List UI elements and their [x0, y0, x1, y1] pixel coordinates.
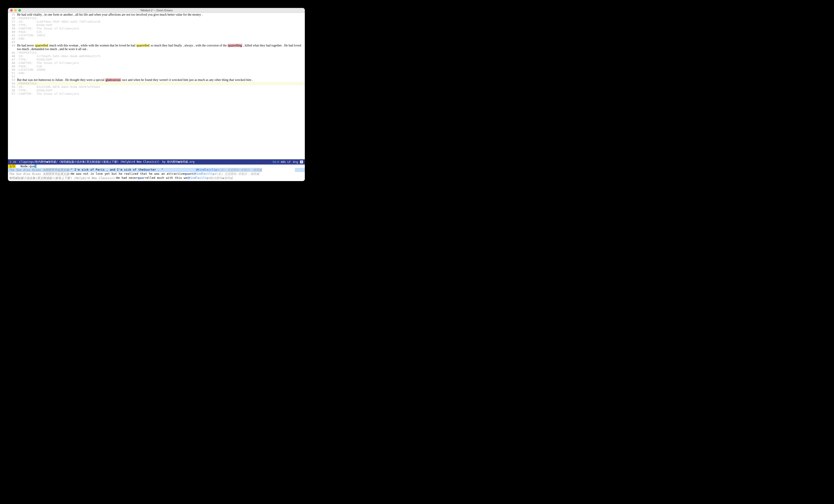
completion-candidate[interactable]: The Sun Also Rises 太阳照常升起英文版 → He was no…: [8, 172, 305, 176]
line-content: :END:: [17, 37, 305, 40]
line-number: 45: [8, 51, 17, 54]
line-number: 51: [8, 71, 17, 75]
candidate-text-post: rrelled much with this wo: [143, 176, 187, 180]
cursor-position: 54:0 46%: [272, 160, 286, 163]
line-content: He had sold vitality , in one form or an…: [17, 13, 305, 17]
code-line[interactable]: 57:CHAPTER: The Snows of Kilimanjaro: [8, 92, 305, 95]
arrow-icon: →: [114, 176, 116, 180]
line-number: 41: [8, 34, 17, 37]
candidate-text-pre: " I'm sick of Paris , and I'm sick of th…: [71, 168, 144, 172]
code-line[interactable]: 45:PROPERTIES:: [8, 51, 305, 54]
code-line[interactable]: 43: [8, 40, 305, 44]
line-content: :ID: ecb9fdee-76df-46b5-aa93-736fca03ce1…: [17, 20, 305, 23]
arrow-icon: →: [69, 168, 71, 172]
line-number: 57: [8, 92, 17, 95]
candidate-match: qua: [184, 172, 190, 176]
code-line[interactable]: 35He had sold vitality , in one form or …: [8, 13, 305, 17]
candidate-tag: @Kindle/clip: [193, 172, 215, 176]
line-number: 43: [8, 40, 17, 44]
modeline-badge: 1: [300, 160, 303, 163]
buffer-size: 2.4k: [10, 160, 16, 163]
candidate-meta: #(美).厄尼斯特·米勒尔·.海明威: [217, 168, 262, 172]
candidate-source: The Sun Also Rises 太阳照常升起英文版: [9, 168, 69, 172]
minibuffer: 1/3 Node: qua The Sun Also Rises 太阳照常升起英…: [8, 165, 305, 181]
line-content: :PROPERTIES:: [17, 17, 305, 20]
code-line[interactable]: 44He had never quarrelled much with this…: [8, 44, 305, 51]
code-line[interactable]: 50:LOCATION: 10896: [8, 68, 305, 71]
candidate-text-post: rter . ": [149, 168, 163, 172]
arrow-icon: →: [69, 172, 71, 176]
line-content: :LOCATION: 10896: [17, 68, 305, 71]
line-number: 48: [8, 61, 17, 65]
code-line[interactable]: 46:ID: 1c716a25-3a01-48ac-8eab-ad0266a21…: [8, 54, 305, 58]
candidate-text-pre: He had never: [116, 176, 137, 180]
line-content: :ID: 8322520b-d8f4-44a3-9cbe-6d297af934d…: [17, 85, 305, 89]
code-line[interactable]: 41:LOCATION: 10832: [8, 34, 305, 37]
code-line[interactable]: 56:TYPE: HIGHLIGHT: [8, 89, 305, 92]
modeline-right: LF Org 1: [287, 160, 303, 163]
line-content: :CHAPTER: The Snows of Kilimanjaro: [17, 27, 305, 30]
code-line[interactable]: 42:END:: [8, 37, 305, 40]
line-number: 37: [8, 20, 17, 23]
line-number: 49: [8, 65, 17, 68]
code-line[interactable]: 39:CHAPTER: The Snows of Kilimanjaro: [8, 27, 305, 30]
completion-candidate[interactable]: The Sun Also Rises 太阳照常升起英文版 → " I'm sic…: [8, 168, 305, 172]
line-number: 56: [8, 89, 17, 92]
candidate-match: qua: [137, 176, 143, 180]
completion-candidate[interactable]: 海明威短篇小说全集(英文朗读版)(套装上下册) (Holybird New Cl…: [8, 176, 305, 180]
emacs-window: *Minibuf-1* – Doom Emacs 35He had sold v…: [8, 8, 305, 181]
buffer-content[interactable]: 35He had sold vitality , in one form or …: [8, 13, 305, 159]
code-line[interactable]: 37:ID: ecb9fdee-76df-46b5-aa93-736fca03c…: [8, 20, 305, 23]
prompt-label: Node:: [16, 165, 29, 168]
code-line[interactable]: 48:CHAPTER: The Snows of Kilimanjaro: [8, 61, 305, 65]
candidate-source: The Sun Also Rises 太阳照常升起英文版: [9, 172, 69, 176]
major-mode: Org: [293, 160, 298, 163]
line-content: :CHAPTER: The Snows of Kilimanjaro: [17, 61, 305, 65]
candidate-meta: #欧内斯特●海明威: [208, 176, 233, 180]
line-number: 53: [8, 78, 17, 82]
code-line[interactable]: 54:PROPERTIES:: [8, 82, 305, 85]
line-number: 35: [8, 13, 17, 17]
line-content: :PAGE: 525: [17, 30, 305, 34]
line-content: :LOCATION: 10832: [17, 34, 305, 37]
candidate-tag: @Kindle/clip: [196, 168, 217, 172]
line-ending: LF: [287, 160, 290, 163]
line-number: 40: [8, 30, 17, 34]
code-line[interactable]: 53But that was not humorous to Julian . …: [8, 78, 305, 82]
match-count: 1/3: [8, 165, 16, 168]
candidate-tag: @Kindle/clip: [187, 176, 208, 180]
editor-area: 35He had sold vitality , in one form or …: [8, 13, 305, 181]
buffer-path: clippings/欧内斯特●海明威/《海明威短篇小说全集(英文朗读版)(套装上…: [19, 160, 271, 164]
line-content: :PAGE: 528: [17, 65, 305, 68]
line-content: [17, 75, 305, 78]
line-content: :TYPE: HIGHLIGHT: [17, 23, 305, 27]
line-content: But that was not humorous to Julian . He…: [17, 78, 305, 82]
code-line[interactable]: 49:PAGE: 528: [8, 65, 305, 68]
minibuffer-prompt: 1/3 Node: qua: [8, 165, 305, 168]
line-number: 54: [8, 82, 17, 85]
candidate-text-pre: He was not in love yet but he realized t…: [71, 172, 184, 176]
line-number: 44: [8, 44, 17, 51]
line-content: [17, 40, 305, 44]
code-line[interactable]: 36:PROPERTIES:: [8, 17, 305, 20]
candidate-match: Qua: [144, 168, 149, 172]
line-number: 52: [8, 75, 17, 78]
code-line[interactable]: 38:TYPE: HIGHLIGHT: [8, 23, 305, 27]
candidate-text-post: nt: [190, 172, 193, 176]
code-line[interactable]: 47:TYPE: HIGHLIGHT: [8, 58, 305, 61]
window-title: *Minibuf-1* – Doom Emacs: [8, 9, 305, 12]
code-line[interactable]: 52: [8, 75, 305, 78]
code-line[interactable]: 55:ID: 8322520b-d8f4-44a3-9cbe-6d297af93…: [8, 85, 305, 89]
code-line[interactable]: 51:END:: [8, 71, 305, 75]
code-line[interactable]: 40:PAGE: 525: [8, 30, 305, 34]
line-number: 50: [8, 68, 17, 71]
minibuffer-input[interactable]: qua: [29, 165, 37, 168]
line-number: 36: [8, 17, 17, 20]
modeline: 2.4k clippings/欧内斯特●海明威/《海明威短篇小说全集(英文朗读版…: [8, 159, 305, 165]
line-content: He had never quarrelled much with this w…: [17, 44, 305, 51]
line-content: :PROPERTIES:: [17, 51, 305, 54]
line-content: :CHAPTER: The Snows of Kilimanjaro: [17, 92, 305, 95]
completion-results: The Sun Also Rises 太阳照常升起英文版 → " I'm sic…: [8, 168, 305, 180]
candidate-meta: #(美).厄尼斯特·米勒尔·.海明威: [215, 172, 260, 176]
line-number: 39: [8, 27, 17, 30]
